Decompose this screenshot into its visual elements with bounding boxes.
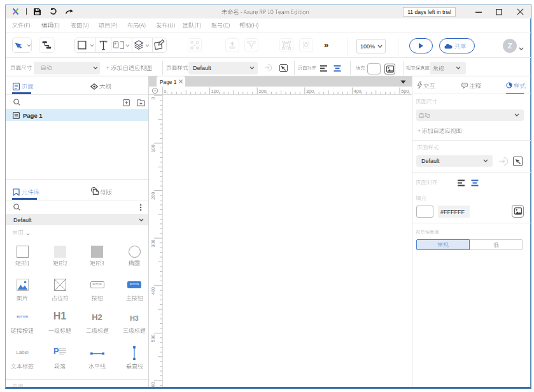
svg-text:300: 300 bbox=[306, 88, 314, 94]
svg-text:0: 0 bbox=[150, 97, 156, 100]
svg-text:500: 500 bbox=[150, 335, 156, 342]
svg-text:0: 0 bbox=[164, 88, 166, 94]
svg-text:200: 200 bbox=[150, 192, 156, 200]
svg-text:200: 200 bbox=[258, 88, 266, 94]
svg-text:500: 500 bbox=[401, 88, 409, 94]
svg-text:100: 100 bbox=[150, 144, 156, 152]
svg-text:300: 300 bbox=[150, 239, 156, 247]
svg-text:400: 400 bbox=[150, 287, 156, 295]
svg-text:400: 400 bbox=[354, 88, 362, 94]
svg-text:100: 100 bbox=[211, 88, 219, 94]
